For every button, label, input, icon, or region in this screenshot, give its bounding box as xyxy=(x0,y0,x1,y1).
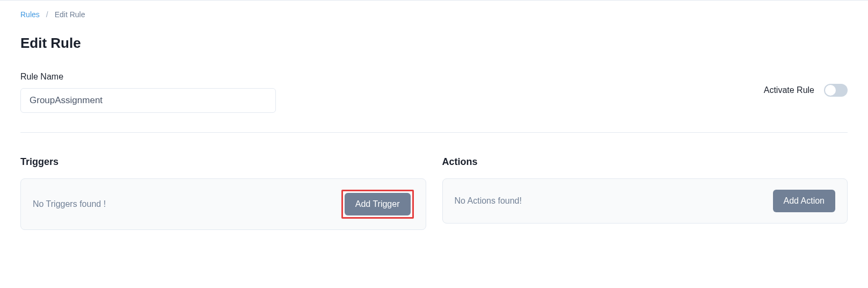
page-title: Edit Rule xyxy=(20,35,848,52)
breadcrumb-current: Edit Rule xyxy=(55,10,85,19)
triggers-heading: Triggers xyxy=(20,156,426,168)
triggers-empty-text: No Triggers found ! xyxy=(33,199,106,209)
actions-panel: Actions No Actions found! Add Action xyxy=(442,156,848,230)
activate-rule-row: Activate Rule xyxy=(764,84,848,97)
breadcrumb-separator: / xyxy=(46,10,48,19)
rule-name-input[interactable] xyxy=(20,88,276,113)
triggers-body: No Triggers found ! Add Trigger xyxy=(20,178,426,230)
add-trigger-highlight: Add Trigger xyxy=(341,190,414,219)
activate-rule-toggle[interactable] xyxy=(824,84,848,97)
breadcrumb-root-link[interactable]: Rules xyxy=(20,10,40,19)
add-trigger-button[interactable]: Add Trigger xyxy=(345,193,411,215)
actions-empty-text: No Actions found! xyxy=(455,196,522,206)
add-action-button[interactable]: Add Action xyxy=(773,190,836,212)
actions-heading: Actions xyxy=(442,156,848,168)
rule-name-label: Rule Name xyxy=(20,72,276,82)
actions-body: No Actions found! Add Action xyxy=(442,178,848,224)
activate-rule-label: Activate Rule xyxy=(764,85,814,95)
breadcrumb: Rules / Edit Rule xyxy=(20,10,848,19)
triggers-panel: Triggers No Triggers found ! Add Trigger xyxy=(20,156,426,230)
toggle-knob xyxy=(825,85,836,96)
rule-name-field: Rule Name xyxy=(20,72,276,113)
